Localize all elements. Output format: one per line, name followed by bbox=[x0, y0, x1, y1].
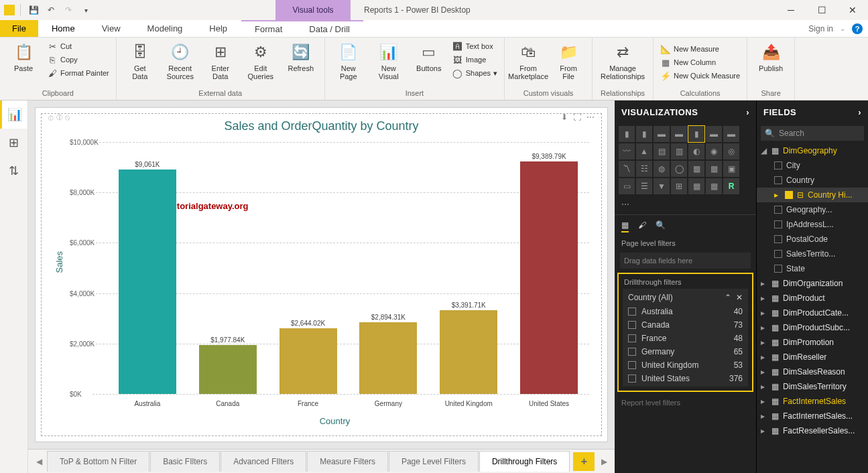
viz-type-icon[interactable]: ▦ bbox=[706, 178, 722, 194]
edit-queries-button[interactable]: ⚙Edit Queries bbox=[241, 39, 280, 83]
checkbox[interactable] bbox=[774, 161, 782, 170]
from-file-button[interactable]: 📁From File bbox=[549, 39, 588, 83]
shapes-button[interactable]: ◯Shapes ▾ bbox=[450, 67, 500, 79]
viz-type-icon[interactable]: ▼ bbox=[654, 178, 670, 194]
visual-drill-controls[interactable]: ⦶ ⦷ ⦸ bbox=[48, 113, 70, 122]
manage-relationships-button[interactable]: ⇄Manage Relationships bbox=[597, 39, 649, 83]
datadrill-tab[interactable]: Data / Drill bbox=[296, 20, 363, 37]
visual-header-controls[interactable]: ⬇ ⛶ ⋯ bbox=[561, 113, 595, 122]
field-table[interactable]: ▸▦DimSalesReason bbox=[757, 364, 868, 379]
viz-type-icon[interactable]: ▬ bbox=[671, 126, 687, 142]
buttons-button[interactable]: ▭Buttons bbox=[410, 39, 448, 75]
viz-type-icon[interactable]: ▦ bbox=[706, 161, 722, 177]
image-button[interactable]: 🖼Image bbox=[450, 54, 500, 66]
field-column[interactable]: State bbox=[757, 261, 868, 276]
checkbox[interactable] bbox=[628, 321, 636, 329]
minimize-button[interactable]: ─ bbox=[776, 0, 806, 20]
field-column[interactable]: PostalCode bbox=[757, 232, 868, 247]
checkbox[interactable] bbox=[628, 308, 636, 316]
collapse-icon[interactable]: › bbox=[858, 107, 861, 117]
publish-button[interactable]: 📤Publish bbox=[751, 39, 790, 75]
signin-link[interactable]: Sign in bbox=[808, 24, 833, 33]
redo-icon[interactable]: ↷ bbox=[61, 3, 76, 17]
fields-header[interactable]: FIELDS› bbox=[757, 100, 868, 123]
chart-visual[interactable]: ⦶ ⦷ ⦸ ⬇ ⛶ ⋯ Sales and OrderQuantity by C… bbox=[41, 113, 602, 436]
viz-type-icon[interactable]: ◎ bbox=[723, 143, 739, 159]
field-column[interactable]: SalesTerrito... bbox=[757, 247, 868, 261]
filter-value-row[interactable]: Germany65 bbox=[623, 345, 748, 358]
expand-icon[interactable]: ⦸ bbox=[65, 113, 70, 122]
maximize-button[interactable]: ☐ bbox=[806, 0, 837, 20]
focus-mode-icon[interactable]: ⛶ bbox=[573, 113, 581, 122]
viz-type-icon[interactable]: ▣ bbox=[723, 161, 739, 177]
filter-value-row[interactable]: United States376 bbox=[623, 372, 748, 385]
field-table[interactable]: ▸▦DimProduct bbox=[757, 291, 868, 306]
field-column[interactable]: Geography... bbox=[757, 202, 868, 217]
new-measure-button[interactable]: 📐New Measure bbox=[658, 43, 743, 55]
viz-type-icon[interactable]: 〰 bbox=[619, 143, 635, 159]
viz-type-icon[interactable]: ▦ bbox=[688, 178, 704, 194]
field-table[interactable]: ▸▦DimPromotion bbox=[757, 335, 868, 350]
filter-value-row[interactable]: United Kingdom53 bbox=[623, 358, 748, 372]
viz-type-icon[interactable]: ☷ bbox=[636, 161, 652, 177]
drill-toggle-icon[interactable]: ⬇ bbox=[561, 113, 568, 122]
new-quick-measure-button[interactable]: ⚡New Quick Measure bbox=[658, 70, 743, 82]
checkbox[interactable] bbox=[774, 176, 782, 184]
tab-nav-left[interactable]: ◀ bbox=[31, 457, 47, 466]
help-tab[interactable]: Help bbox=[196, 20, 241, 37]
bar-canada[interactable]: $1,977.84KCanada bbox=[197, 336, 259, 394]
more-options-icon[interactable]: ⋯ bbox=[586, 113, 595, 122]
format-tab[interactable]: Format bbox=[241, 20, 296, 37]
help-icon[interactable]: ? bbox=[852, 23, 863, 34]
checkbox[interactable] bbox=[628, 375, 636, 383]
viz-type-icon[interactable]: ◐ bbox=[688, 143, 704, 159]
viz-type-icon[interactable]: 〽 bbox=[619, 161, 635, 177]
checkbox[interactable] bbox=[774, 250, 782, 258]
format-tab-icon[interactable]: 🖌 bbox=[638, 220, 646, 232]
canvas-page[interactable]: ⦶ ⦷ ⦸ ⬇ ⛶ ⋯ Sales and OrderQuantity by C… bbox=[35, 107, 608, 442]
view-tab[interactable]: View bbox=[88, 20, 134, 37]
undo-icon[interactable]: ↶ bbox=[44, 3, 58, 17]
viz-type-icon[interactable]: ▦ bbox=[688, 161, 704, 177]
add-page-button[interactable]: + bbox=[573, 452, 595, 471]
checkbox[interactable] bbox=[774, 220, 782, 228]
viz-type-icon[interactable]: ◍ bbox=[654, 161, 670, 177]
qat-more-icon[interactable]: ▾ bbox=[78, 3, 93, 17]
checkbox[interactable] bbox=[774, 235, 782, 243]
bar-australia[interactable]: $9,061KAustralia bbox=[117, 161, 178, 394]
model-view-button[interactable]: ⇅ bbox=[0, 157, 27, 185]
get-data-button[interactable]: 🗄Get Data bbox=[121, 39, 160, 83]
checkbox[interactable] bbox=[774, 265, 782, 273]
remove-filter-icon[interactable]: ✕ bbox=[736, 293, 743, 302]
fields-search[interactable]: 🔍Search bbox=[761, 126, 864, 141]
field-table[interactable]: ▸▦DimProductSubc... bbox=[757, 320, 868, 335]
field-table[interactable]: ▸▦FactResellerSales... bbox=[757, 423, 868, 438]
bar-united-states[interactable]: $9,389.79KUnited States bbox=[518, 153, 580, 394]
field-column[interactable]: City bbox=[757, 158, 868, 173]
page-tab[interactable]: Drillthrough Filters bbox=[479, 451, 570, 472]
report-view-button[interactable]: 📊 bbox=[0, 100, 27, 129]
recent-sources-button[interactable]: 🕘Recent Sources bbox=[161, 39, 200, 83]
field-table[interactable]: ▸▦DimReseller bbox=[757, 350, 868, 364]
viz-type-icon[interactable]: ▬ bbox=[723, 126, 739, 142]
save-icon[interactable]: 💾 bbox=[26, 3, 41, 17]
visualizations-header[interactable]: VISUALIZATIONS› bbox=[615, 100, 756, 123]
page-tab[interactable]: ToP & Bottom N Filter bbox=[47, 451, 149, 472]
data-view-button[interactable]: ⊞ bbox=[0, 129, 27, 157]
page-filters-dropzone[interactable]: Drag data fields here bbox=[620, 253, 751, 269]
new-column-button[interactable]: ▦New Column bbox=[658, 56, 743, 68]
analytics-tab-icon[interactable]: 🔍 bbox=[656, 220, 666, 232]
page-tab[interactable]: Measure Filters bbox=[307, 451, 388, 472]
viz-type-icon[interactable]: ▲ bbox=[636, 143, 652, 159]
viz-type-icon[interactable]: ▥ bbox=[671, 143, 687, 159]
page-tab[interactable]: Basic FIlters bbox=[150, 451, 220, 472]
field-table[interactable]: ▸▦DimSalesTerritory bbox=[757, 379, 868, 394]
paste-button[interactable]: 📋Paste bbox=[4, 39, 43, 75]
checkbox[interactable] bbox=[628, 348, 636, 356]
refresh-button[interactable]: 🔄Refresh bbox=[282, 39, 320, 75]
format-painter-button[interactable]: 🖌Format Painter bbox=[44, 67, 112, 79]
checkbox[interactable] bbox=[785, 191, 793, 199]
page-tab[interactable]: Advanced FIlters bbox=[221, 451, 306, 472]
home-tab[interactable]: Home bbox=[38, 20, 88, 37]
viz-type-icon[interactable]: ▮ bbox=[688, 126, 704, 142]
